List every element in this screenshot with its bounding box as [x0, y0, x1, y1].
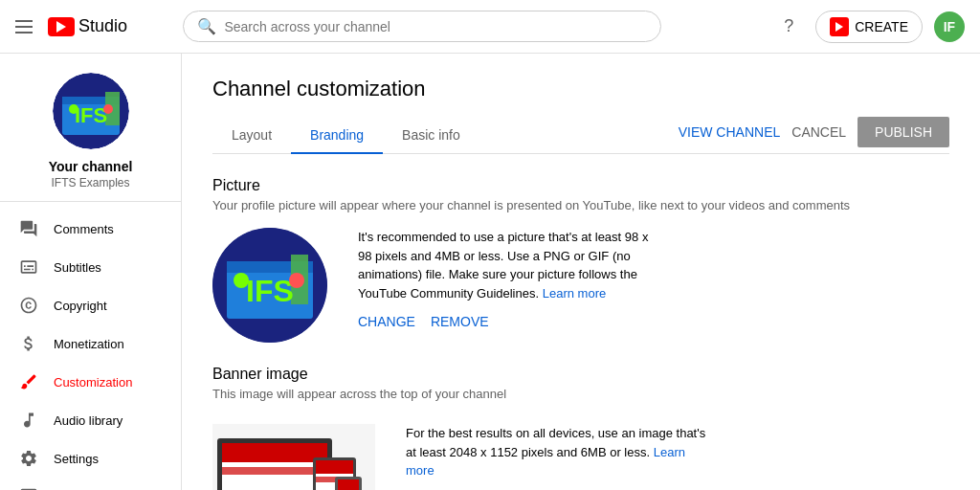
tab-basic-info[interactable]: Basic info: [383, 118, 479, 154]
search-bar[interactable]: 🔍: [183, 11, 661, 42]
sidebar-item-comments[interactable]: Comments: [0, 210, 181, 248]
banner-section: Banner image This image will appear acro…: [212, 366, 949, 490]
channel-avatar-image: IFS: [53, 73, 129, 149]
music-icon: [19, 411, 38, 430]
picture-preview: IFS: [212, 228, 327, 343]
view-channel-button[interactable]: VIEW CHANNEL: [679, 124, 781, 140]
svg-point-5: [69, 104, 78, 114]
nav-items: Comments Subtitles Copyright Monetizatio…: [0, 202, 181, 490]
svg-point-6: [103, 104, 113, 114]
svg-rect-25: [338, 479, 359, 490]
picture-info: It's recommended to use a picture that's…: [358, 228, 664, 329]
brush-icon: [19, 372, 38, 391]
search-input[interactable]: [224, 19, 647, 34]
change-picture-button[interactable]: CHANGE: [358, 314, 415, 329]
main-content: Channel customization Layout Branding Ba…: [182, 54, 980, 490]
sidebar-item-send-feedback[interactable]: Send feedback: [0, 478, 181, 490]
body: IFS Your channel IFTS Examples Comments …: [0, 54, 980, 490]
sidebar-item-audio-library-label: Audio library: [54, 413, 122, 428]
header-left: Studio: [15, 16, 127, 36]
picture-actions: CHANGE REMOVE: [358, 314, 664, 329]
create-label: CREATE: [855, 19, 908, 34]
copyright-icon: [19, 296, 38, 315]
picture-description: Your profile picture will appear where y…: [212, 198, 949, 212]
menu-button[interactable]: [15, 20, 33, 33]
avatar[interactable]: IF: [934, 11, 965, 42]
sidebar-item-settings[interactable]: Settings: [0, 439, 181, 478]
svg-rect-21: [316, 460, 353, 474]
header-right: ? CREATE IF: [773, 11, 965, 43]
sidebar-item-copyright[interactable]: Copyright: [0, 286, 181, 324]
sidebar-item-settings-label: Settings: [54, 452, 99, 466]
comment-icon: [19, 219, 38, 238]
sidebar-item-customization[interactable]: Customization: [0, 363, 181, 401]
settings-icon: [19, 449, 38, 468]
picture-title: Picture: [212, 177, 949, 194]
picture-learn-more[interactable]: Learn more: [543, 286, 606, 301]
page-title: Channel customization: [212, 77, 949, 101]
tab-actions: VIEW CHANNEL CANCEL PUBLISH: [679, 117, 949, 153]
tab-layout[interactable]: Layout: [212, 118, 291, 154]
logo: Studio: [48, 16, 127, 36]
channel-avatar: IFS: [53, 73, 129, 149]
banner-title: Banner image: [212, 366, 949, 383]
search-icon: 🔍: [197, 17, 216, 35]
create-play-triangle: [835, 22, 843, 32]
banner-preview-image: [212, 424, 375, 490]
banner-info-text: For the best results on all devices, use…: [406, 424, 712, 480]
svg-point-12: [234, 273, 249, 288]
svg-point-13: [289, 273, 304, 288]
tabs: Layout Branding Basic info: [212, 118, 679, 153]
sidebar-item-audio-library[interactable]: Audio library: [0, 401, 181, 439]
publish-button[interactable]: PUBLISH: [858, 117, 949, 147]
remove-picture-button[interactable]: REMOVE: [431, 314, 489, 329]
svg-text:IFS: IFS: [246, 274, 294, 308]
banner-info: For the best results on all devices, use…: [406, 424, 712, 490]
channel-info: IFS Your channel IFTS Examples: [0, 54, 181, 202]
header: Studio 🔍 ? CREATE IF: [0, 0, 980, 54]
picture-info-text: It's recommended to use a picture that's…: [358, 228, 664, 302]
svg-rect-17: [222, 467, 327, 475]
create-button[interactable]: CREATE: [815, 11, 923, 43]
dollar-icon: [19, 334, 38, 353]
channel-handle: IFTS Examples: [51, 176, 129, 189]
sidebar-item-copyright-label: Copyright: [54, 299, 107, 313]
banner-description: This image will appear across the top of…: [212, 387, 949, 401]
youtube-icon: [48, 17, 75, 36]
banner-content: For the best results on all devices, use…: [212, 424, 949, 490]
picture-preview-image: IFS: [212, 228, 327, 343]
sidebar-item-subtitles[interactable]: Subtitles: [0, 248, 181, 286]
sidebar: IFS Your channel IFTS Examples Comments …: [0, 54, 182, 490]
picture-content: IFS It's recommended to use a picture th…: [212, 228, 949, 343]
tab-branding[interactable]: Branding: [291, 118, 383, 154]
sidebar-item-comments-label: Comments: [54, 222, 114, 236]
sidebar-item-subtitles-label: Subtitles: [54, 260, 101, 275]
sidebar-item-monetization[interactable]: Monetization: [0, 324, 181, 363]
help-button[interactable]: ?: [773, 11, 804, 42]
cancel-button[interactable]: CANCEL: [791, 124, 846, 140]
play-triangle: [56, 21, 66, 33]
svg-text:IFS: IFS: [74, 103, 106, 127]
sidebar-item-monetization-label: Monetization: [54, 337, 124, 351]
banner-preview: [212, 424, 375, 490]
picture-section: Picture Your profile picture will appear…: [212, 177, 949, 343]
svg-rect-16: [222, 443, 327, 462]
studio-label: Studio: [78, 16, 127, 36]
sidebar-item-customization-label: Customization: [54, 375, 132, 390]
channel-name: Your channel: [49, 159, 133, 174]
subtitles-icon: [19, 257, 38, 277]
create-icon: [830, 17, 849, 36]
